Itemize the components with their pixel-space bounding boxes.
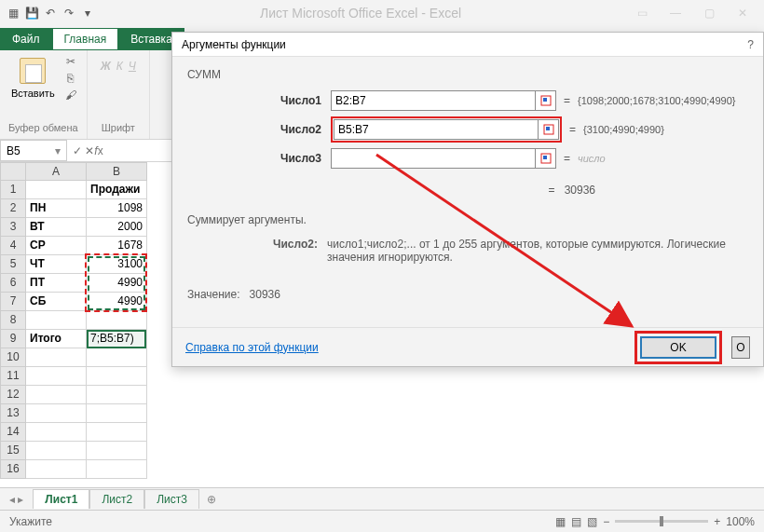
arg2-range-icon[interactable] [539,119,559,140]
zoom-control[interactable]: − + 100% [603,515,755,528]
row-header[interactable]: 9 [0,330,26,348]
window-title: Лист Microsoft Office Excel - Excel [101,6,621,20]
cell-b12[interactable] [87,386,147,404]
cell-a11[interactable] [26,367,87,386]
arg3-range-icon[interactable] [536,148,556,169]
cell-b3[interactable]: 2000 [87,218,147,237]
row-14: 14 [0,423,764,442]
cell-b6[interactable]: 4990 [87,274,147,293]
arg-row-2: Число2 = {3100;4990;4990} [187,116,748,143]
sheet-nav[interactable]: ◂ ▸ [0,493,33,506]
qat-dropdown-icon[interactable]: ▾ [80,6,95,20]
cell-b5[interactable]: 3100 [87,255,147,274]
status-bar: Укажите ▦ ▤ ▧ − + 100% [0,510,764,532]
name-box[interactable]: B5▾ [0,140,67,161]
paste-button[interactable]: Вставить [7,54,59,102]
row-header[interactable]: 2 [0,199,26,218]
cell-a1[interactable] [26,181,87,199]
minimize-icon[interactable]: — [667,5,684,21]
row-header[interactable]: 11 [0,367,26,386]
sheet-tab-3[interactable]: Лист3 [144,489,199,509]
row-header[interactable]: 5 [0,255,26,274]
row-header[interactable]: 1 [0,181,26,199]
cell-b16[interactable] [87,460,147,479]
col-header-b[interactable]: B [87,162,147,181]
row-header[interactable]: 12 [0,386,26,404]
zoom-value: 100% [726,515,755,528]
annotation-ok-highlight: OK [634,331,722,364]
row-header[interactable]: 13 [0,404,26,423]
cell-a7[interactable]: СБ [26,293,87,311]
cell-a4[interactable]: СР [26,237,87,255]
cell-a2[interactable]: ПН [26,199,87,218]
row-header[interactable]: 8 [0,311,26,330]
cut-icon[interactable]: ✂ [62,54,79,69]
zoom-out-icon[interactable]: − [603,515,609,528]
cancel-button[interactable]: О [731,336,750,359]
sheet-tab-1[interactable]: Лист1 [33,489,89,509]
row-header[interactable]: 3 [0,218,26,237]
maximize-icon[interactable]: ▢ [701,5,717,21]
cell-a15[interactable] [26,442,87,460]
row-header[interactable]: 4 [0,237,26,255]
cell-a8[interactable] [26,311,87,330]
close-icon[interactable]: ✕ [734,5,751,21]
save-icon[interactable]: 💾 [24,6,39,20]
italic-button[interactable]: К [116,60,123,73]
cell-a5[interactable]: ЧТ [26,255,87,274]
cell-a10[interactable] [26,348,87,367]
arg1-input[interactable] [331,90,536,111]
add-sheet-button[interactable]: ⊕ [199,490,224,509]
help-link[interactable]: Справка по этой функции [185,341,319,354]
tab-home[interactable]: Главная [52,28,119,50]
cell-a12[interactable] [26,386,87,404]
formula-result-top: 30936 [565,184,595,197]
copy-icon[interactable]: ⎘ [62,71,79,86]
dialog-help-icon[interactable]: ? [747,38,754,51]
cell-b7[interactable]: 4990 [87,293,147,311]
cell-a3[interactable]: ВТ [26,218,87,237]
cell-b15[interactable] [87,442,147,460]
cell-b14[interactable] [87,423,147,442]
cell-b2[interactable]: 1098 [87,199,147,218]
cell-b4[interactable]: 1678 [87,237,147,255]
cell-a13[interactable] [26,404,87,423]
cell-a16[interactable] [26,460,87,479]
tab-file[interactable]: Файл [0,28,52,50]
row-11: 11 [0,367,764,386]
arg2-input[interactable] [334,119,539,140]
view-normal-icon[interactable]: ▦ [555,515,566,528]
view-page-icon[interactable]: ▤ [571,515,581,528]
dialog-titlebar[interactable]: Аргументы функции ? [172,33,763,57]
ok-button[interactable]: OK [640,336,716,359]
cell-b11[interactable] [87,367,147,386]
redo-icon[interactable]: ↷ [61,6,76,20]
row-header[interactable]: 15 [0,442,26,460]
zoom-slider[interactable] [615,520,708,523]
cell-a9[interactable]: Итого [26,330,87,348]
cell-b10[interactable] [87,348,147,367]
select-all-corner[interactable] [0,162,26,181]
undo-icon[interactable]: ↶ [43,6,58,20]
underline-button[interactable]: Ч [129,60,136,73]
arg1-range-icon[interactable] [536,90,556,111]
row-header[interactable]: 7 [0,293,26,311]
cell-a6[interactable]: ПТ [26,274,87,293]
cell-b13[interactable] [87,404,147,423]
cell-b1[interactable]: Продажи [87,181,147,199]
arg3-input[interactable] [331,148,536,169]
cell-a14[interactable] [26,423,87,442]
row-header[interactable]: 14 [0,423,26,442]
bold-button[interactable]: Ж [101,60,111,73]
row-header[interactable]: 6 [0,274,26,293]
sheet-tab-2[interactable]: Лист2 [89,489,144,509]
row-header[interactable]: 16 [0,460,26,479]
row-header[interactable]: 10 [0,348,26,367]
format-painter-icon[interactable]: 🖌 [62,88,79,102]
cell-b8[interactable] [87,311,147,330]
zoom-in-icon[interactable]: + [714,515,720,528]
col-header-a[interactable]: A [26,162,87,181]
view-break-icon[interactable]: ▧ [587,515,597,528]
ribbon-options-icon[interactable]: ▭ [634,5,650,21]
cell-b9[interactable]: 7;B5:B7) [87,330,147,348]
